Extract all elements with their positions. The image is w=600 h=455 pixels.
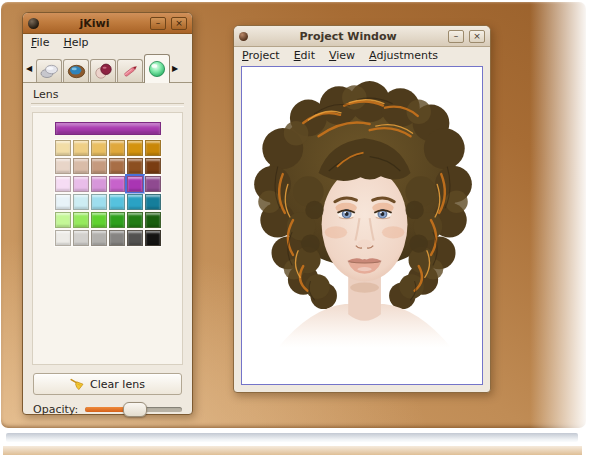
- tab-scroll-left-icon[interactable]: ◀: [26, 64, 35, 73]
- lens-color-swatch[interactable]: [73, 176, 89, 192]
- model-portrait-image: [247, 77, 477, 348]
- tab-blush[interactable]: [90, 59, 116, 82]
- lens-group-label: Lens: [33, 88, 182, 101]
- reflection-shadow-strip: [6, 433, 578, 442]
- tab-lip-pencil[interactable]: [117, 59, 143, 82]
- lens-color-swatch[interactable]: [109, 158, 125, 174]
- lens-color-swatch[interactable]: [145, 194, 161, 210]
- lens-color-swatch[interactable]: [145, 140, 161, 156]
- tab-eyeshadow[interactable]: [63, 59, 89, 82]
- lens-color-swatch[interactable]: [91, 230, 107, 246]
- lens-color-swatch[interactable]: [55, 176, 71, 192]
- clear-lens-label: Clear lens: [90, 378, 145, 391]
- blush-compact-icon: [94, 63, 113, 79]
- menu-project[interactable]: Project: [242, 49, 280, 62]
- lens-color-swatch[interactable]: [127, 140, 143, 156]
- jkiwi-menubar: File Help: [23, 34, 192, 51]
- opacity-slider[interactable]: [85, 407, 182, 412]
- menu-help[interactable]: Help: [63, 36, 88, 49]
- lens-color-swatch[interactable]: [73, 194, 89, 210]
- lens-color-swatch[interactable]: [145, 158, 161, 174]
- lens-color-grid: [55, 140, 161, 246]
- lens-color-swatch[interactable]: [55, 158, 71, 174]
- lens-color-swatch[interactable]: [55, 230, 71, 246]
- tab-scroll-right-icon[interactable]: ▶: [172, 64, 181, 73]
- lens-color-swatch[interactable]: [109, 194, 125, 210]
- project-titlebar[interactable]: Project Window – ×: [234, 26, 490, 47]
- lens-color-swatch[interactable]: [127, 230, 143, 246]
- tab-lens[interactable]: [144, 54, 170, 83]
- menu-file[interactable]: File: [31, 36, 49, 49]
- lens-color-swatch[interactable]: [55, 140, 71, 156]
- menu-view[interactable]: View: [329, 49, 355, 62]
- opacity-row: Opacity:: [33, 403, 182, 416]
- lens-color-swatch[interactable]: [91, 158, 107, 174]
- lens-color-swatch[interactable]: [145, 230, 161, 246]
- selected-color-preview: [55, 122, 161, 135]
- lens-color-swatch[interactable]: [55, 194, 71, 210]
- menu-adjustments[interactable]: Adjustments: [369, 49, 438, 62]
- project-window: Project Window – × Project Edit View Adj…: [233, 25, 491, 393]
- opacity-slider-handle[interactable]: [123, 402, 147, 417]
- lens-color-swatch[interactable]: [145, 176, 161, 192]
- minimize-button[interactable]: –: [150, 17, 166, 30]
- lens-color-swatch[interactable]: [127, 212, 143, 228]
- jkiwi-app-icon: [28, 18, 39, 29]
- project-menubar: Project Edit View Adjustments: [234, 47, 490, 64]
- broom-icon: [70, 378, 84, 391]
- clear-lens-button[interactable]: Clear lens: [33, 373, 182, 395]
- lens-color-panel: [32, 112, 183, 365]
- lens-color-swatch[interactable]: [145, 212, 161, 228]
- promo-screenshot: jKiwi – × File Help ◀: [0, 0, 600, 455]
- lens-color-swatch[interactable]: [109, 212, 125, 228]
- lens-color-swatch[interactable]: [73, 140, 89, 156]
- lens-color-swatch[interactable]: [73, 158, 89, 174]
- close-button[interactable]: ×: [171, 17, 187, 30]
- lens-color-swatch[interactable]: [73, 230, 89, 246]
- minimize-button[interactable]: –: [448, 30, 464, 43]
- lip-pencil-icon: [121, 63, 140, 79]
- tab-foundation[interactable]: [36, 59, 62, 82]
- tool-tabstrip: ◀: [23, 51, 192, 83]
- jkiwi-window: jKiwi – × File Help ◀: [22, 12, 193, 415]
- lens-color-swatch[interactable]: [109, 230, 125, 246]
- contact-lens-icon: [147, 60, 167, 78]
- project-canvas[interactable]: [241, 66, 483, 385]
- close-button[interactable]: ×: [469, 30, 485, 43]
- lens-color-swatch[interactable]: [91, 140, 107, 156]
- group-separator: [31, 103, 184, 107]
- foundation-compact-icon: [40, 63, 59, 79]
- project-app-icon: [239, 32, 248, 41]
- lens-color-swatch[interactable]: [127, 176, 143, 192]
- reflection-desktop-strip: [3, 446, 582, 455]
- lens-color-swatch[interactable]: [127, 158, 143, 174]
- opacity-label: Opacity:: [33, 403, 78, 416]
- eyeshadow-compact-icon: [67, 63, 86, 79]
- lens-color-swatch[interactable]: [55, 212, 71, 228]
- lens-color-swatch[interactable]: [73, 212, 89, 228]
- lens-color-swatch[interactable]: [91, 212, 107, 228]
- menu-edit[interactable]: Edit: [294, 49, 315, 62]
- jkiwi-titlebar[interactable]: jKiwi – ×: [23, 13, 192, 34]
- lens-color-swatch[interactable]: [109, 176, 125, 192]
- lens-color-swatch[interactable]: [127, 194, 143, 210]
- lens-color-swatch[interactable]: [91, 194, 107, 210]
- project-window-title: Project Window: [253, 30, 443, 43]
- lens-color-swatch[interactable]: [91, 176, 107, 192]
- lens-color-swatch[interactable]: [109, 140, 125, 156]
- jkiwi-window-title: jKiwi: [44, 17, 145, 30]
